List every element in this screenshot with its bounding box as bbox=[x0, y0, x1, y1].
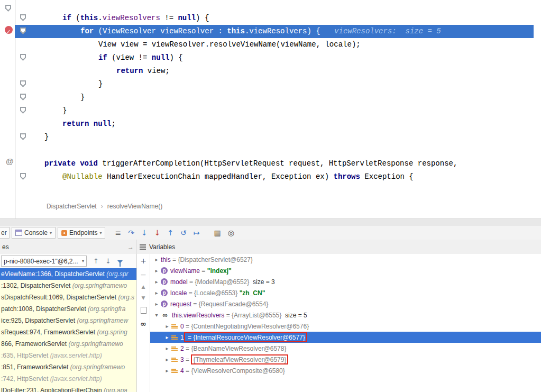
previous-frame-icon[interactable]: ↑ bbox=[93, 257, 99, 265]
variable-row[interactable]: ▸pmodel = {ModelMap@6552} size = 3 bbox=[150, 276, 541, 287]
fold-tag-icon[interactable] bbox=[20, 54, 26, 61]
code-line[interactable]: if (this.viewResolvers != null) { bbox=[15, 12, 534, 25]
chevron-right-icon[interactable]: ▸ bbox=[152, 301, 161, 307]
frame-row[interactable]: 866, FrameworkServlet (org.springframewo bbox=[0, 338, 136, 350]
fold-tag-icon[interactable] bbox=[20, 14, 26, 21]
chevron-down-icon[interactable]: ▾ bbox=[152, 312, 161, 318]
code-token: this bbox=[80, 14, 98, 22]
remove-watch-icon[interactable]: − bbox=[140, 271, 146, 278]
variables-panel-header: Variables bbox=[136, 240, 541, 254]
chevron-right-icon[interactable]: ▸ bbox=[152, 290, 161, 296]
fold-tag-icon[interactable] bbox=[20, 173, 26, 180]
next-frame-icon[interactable]: ↓ bbox=[105, 257, 111, 265]
code-line[interactable]: } bbox=[15, 104, 534, 117]
add-watch-icon[interactable]: + bbox=[140, 257, 146, 265]
fold-tag-icon[interactable] bbox=[20, 94, 26, 101]
frame-location: :1302, DispatcherServlet bbox=[1, 282, 72, 289]
variable-row[interactable]: ▸1 = {InternalResourceViewResolver@6577} bbox=[150, 332, 541, 343]
fold-tag-icon[interactable] bbox=[20, 107, 26, 114]
frame-row[interactable]: sDispatchResult:1069, DispatcherServlet … bbox=[0, 291, 136, 303]
frame-row[interactable]: patch:1008, DispatcherServlet (org.sprin… bbox=[0, 303, 136, 315]
variable-row[interactable]: ▸pviewName = "indexj" bbox=[150, 265, 541, 276]
frame-row[interactable]: ice:925, DispatcherServlet (org.springfr… bbox=[0, 315, 136, 326]
fold-tag-icon[interactable] bbox=[20, 80, 26, 87]
variable-row[interactable]: ▸this = {DispatcherServlet@6527} bbox=[150, 254, 541, 265]
layout-menu-icon[interactable]: ≡ bbox=[115, 229, 121, 237]
force-step-into-icon[interactable]: ↓ bbox=[154, 229, 161, 237]
run-to-cursor-icon[interactable]: ↦ bbox=[194, 229, 200, 237]
filter-icon[interactable] bbox=[117, 260, 123, 263]
chevron-right-icon[interactable]: ▸ bbox=[152, 279, 161, 285]
chevron-right-icon[interactable]: ▸ bbox=[163, 357, 171, 362]
scroll-up-icon[interactable]: ▲ bbox=[142, 285, 145, 289]
variable-value: {Locale@6553} bbox=[194, 289, 237, 297]
bookmark-icon[interactable] bbox=[5, 5, 11, 12]
show-watches-icon[interactable]: ∞ bbox=[140, 320, 146, 327]
code-line[interactable]: } bbox=[15, 131, 534, 144]
step-over-icon[interactable]: ↷ bbox=[128, 229, 134, 237]
frame-row[interactable]: :851, FrameworkServlet (org.springframew… bbox=[0, 361, 136, 373]
chevron-right-icon[interactable]: ▸ bbox=[163, 368, 171, 373]
step-out-icon[interactable]: ↑ bbox=[167, 229, 173, 237]
chevron-down-icon[interactable]: ▾ bbox=[50, 231, 52, 235]
tab-debugger-fragment[interactable]: er bbox=[0, 227, 10, 239]
mute-breakpoints-icon[interactable]: ◎ bbox=[228, 229, 234, 237]
thread-toolbar: p-nio-8080-exec-1"@6,2... ▾ ↑ ↓ bbox=[0, 254, 136, 268]
tab-endpoints[interactable]: Endpoints ▾ bbox=[58, 227, 105, 239]
copy-icon[interactable] bbox=[141, 307, 146, 314]
menu-icon[interactable] bbox=[140, 244, 146, 250]
code-line[interactable]: } bbox=[15, 78, 534, 91]
fold-tag-icon[interactable] bbox=[20, 133, 26, 140]
variable-row[interactable]: ▸2 = {BeanNameViewResolver@6578} bbox=[150, 343, 541, 354]
frame-location: patch:1008, DispatcherServlet bbox=[1, 305, 88, 313]
chevron-right-icon[interactable]: ▸ bbox=[163, 323, 171, 329]
variable-row[interactable]: ▾∞this.viewResolvers = {ArrayList@6555} … bbox=[150, 309, 541, 321]
frame-row[interactable]: :1302, DispatcherServlet (org.springfram… bbox=[0, 280, 136, 291]
tab-label: er bbox=[1, 229, 7, 236]
pin-icon[interactable]: → bbox=[127, 243, 134, 251]
chevron-down-icon[interactable]: ▾ bbox=[99, 231, 102, 235]
tab-console[interactable]: Console ▾ bbox=[12, 227, 56, 239]
frame-row[interactable]: eViewName:1366, DispatcherServlet (org.s… bbox=[0, 268, 136, 280]
variable-row[interactable]: ▸0 = {ContentNegotiatingViewResolver@657… bbox=[150, 321, 541, 332]
equals-sign: = bbox=[184, 356, 191, 363]
variable-row[interactable]: ▸4 = {ViewResolverComposite@6580} bbox=[150, 365, 541, 376]
variable-name: this bbox=[161, 256, 171, 263]
drop-frame-icon[interactable]: ↺ bbox=[180, 229, 187, 237]
breadcrumb-method[interactable]: resolveViewName() bbox=[107, 203, 162, 210]
code-editor[interactable]: if (this.viewResolvers != null) {for (Vi… bbox=[15, 12, 534, 184]
code-line[interactable]: return view; bbox=[15, 65, 534, 78]
variable-row[interactable]: ▸prequest = {RequestFacade@6554} bbox=[150, 298, 541, 309]
code-line[interactable]: if (view != null) { bbox=[15, 51, 534, 65]
chevron-right-icon[interactable]: ▸ bbox=[163, 345, 171, 351]
step-into-icon[interactable]: ↓ bbox=[141, 229, 148, 237]
code-token bbox=[76, 159, 80, 168]
frame-package: (org.springfra bbox=[88, 305, 125, 313]
code-line[interactable]: View view = viewResolver.resolveViewName… bbox=[15, 38, 534, 51]
frame-row[interactable]: sRequest:974, FrameworkServlet (org.spri… bbox=[0, 326, 136, 338]
variable-row[interactable]: ▸plocale = {Locale@6553} "zh_CN" bbox=[150, 287, 541, 298]
frame-row[interactable]: :742, HttpServlet (javax.servlet.http) bbox=[0, 373, 136, 385]
chevron-right-icon[interactable]: ▸ bbox=[152, 257, 161, 262]
endpoints-icon bbox=[61, 230, 67, 236]
breadcrumb-class[interactable]: DispatcherServlet bbox=[47, 203, 97, 210]
variable-row[interactable]: ▸3 = {ThymeleafViewResolver@6579} bbox=[150, 354, 541, 365]
code-line[interactable]: } bbox=[15, 91, 534, 104]
fold-tag-icon[interactable] bbox=[20, 28, 26, 34]
breakpoint-icon[interactable]: ✓ bbox=[5, 26, 13, 34]
scroll-down-icon[interactable]: ▼ bbox=[142, 296, 145, 300]
variable-string-value: "indexj" bbox=[207, 267, 232, 275]
chevron-right-icon[interactable]: ▸ bbox=[163, 334, 171, 340]
code-line[interactable]: private void triggerAfterCompletion(Http… bbox=[15, 157, 534, 170]
equals-sign: = bbox=[224, 312, 232, 319]
code-line[interactable]: for (ViewResolver viewResolver : this.vi… bbox=[15, 25, 534, 38]
code-line[interactable]: return null; bbox=[15, 117, 534, 131]
thread-selector[interactable]: p-nio-8080-exec-1"@6,2... ▾ bbox=[1, 256, 87, 267]
code-line[interactable]: @Nullable HandlerExecutionChain mappedHa… bbox=[15, 170, 534, 184]
frame-row[interactable]: :635, HttpServlet (javax.servlet.http) bbox=[0, 350, 136, 361]
code-line[interactable] bbox=[15, 144, 534, 157]
frame-row[interactable]: lDoFilter:231, ApplicationFilterChain (o… bbox=[0, 385, 136, 392]
element-icon bbox=[171, 368, 178, 374]
view-breakpoints-icon[interactable]: ▦ bbox=[214, 229, 221, 237]
chevron-right-icon[interactable]: ▸ bbox=[152, 268, 161, 274]
